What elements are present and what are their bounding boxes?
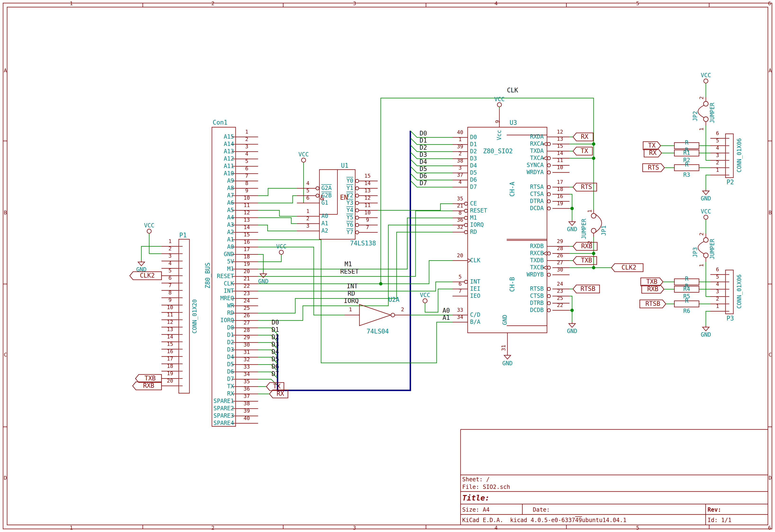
lbl-wire-labels-d-2-315: D2 <box>271 334 279 340</box>
lbl-power-vcc-293: VCC <box>144 223 154 228</box>
lbl-components-p1-pins-12-92: 13 <box>167 327 173 332</box>
lbl-components-con1-pins-39-name-79: SPARE4 <box>213 420 234 426</box>
lbl-components-con1-pins-23-num-46: 24 <box>244 298 250 304</box>
lbl-components-jp1-ref-263: JP1 <box>601 225 607 236</box>
lbl-components-u1-right-7-name-139: Y7 <box>346 229 353 235</box>
lbl-components-u1-left-4-name-121: A1 <box>321 220 328 226</box>
lbl-sheet-rows-1-233: B <box>769 210 772 215</box>
lbl-components-p3-pins-5-111: 1 <box>716 304 719 309</box>
lbl-components-jp1-value-264: JUMPER <box>581 218 587 239</box>
lbl-components-con1-pins-35-name-71: RX <box>227 391 234 397</box>
lbl-components-con1-pins-34-num-68: 35 <box>244 379 250 384</box>
lbl-components-p3-pins-3-109: 3 <box>716 289 719 294</box>
lbl-components-u3-left-10-num-160: 8 <box>459 210 462 215</box>
lbl-components-p1-pins-5-85: 6 <box>168 276 171 281</box>
lbl-sheet-columns-5-227: 6 <box>768 525 771 531</box>
lbl-wire-labels-int-308: INT <box>347 283 358 289</box>
lbl-components-u1-right-6-name-137: Y6 <box>346 222 353 227</box>
lbl-components-con1-pins-18-num-36: 19 <box>244 261 250 267</box>
lbl-sheet-title-block-size-239: Size: A4 <box>462 507 490 513</box>
lbl-components-p1-pins-7-87: 8 <box>168 290 171 296</box>
lbl-sheet-columns-4-220: 5 <box>636 1 639 6</box>
lbl-components-u3-ref-255: U3 <box>510 120 517 126</box>
lbl-components-u3-left-15-num-170: 6 <box>459 282 462 287</box>
lbl-wire-labels-d-2-323: D2 <box>420 144 427 151</box>
lbl-components-u1-right-7-num-138: 7 <box>366 225 369 230</box>
lbl-components-u2a-ref-251: U2A <box>388 297 400 303</box>
lbl-wire-labels-d-4-317: D4 <box>271 349 279 355</box>
lbl-components-u3-left-8-name-157: CE <box>470 200 477 206</box>
lbl-components-u3-cha-pins-7-num-192: 18 <box>557 187 563 192</box>
lbl-components-con1-pins-10-num-20: 11 <box>244 203 250 208</box>
lbl-components-u3-cha-pins-6-num-190: 17 <box>557 179 563 185</box>
lbl-components-con1-pins-11-num-22: 12 <box>244 210 250 215</box>
lbl-components-u3-left-5-name-151: D5 <box>470 170 477 175</box>
lbl-components-con1-pins-23-name-47: WR <box>227 303 234 309</box>
lbl-components-con1-pins-27-num-54: 28 <box>244 328 250 333</box>
lbl-components-con1-pins-5-num-10: 6 <box>245 166 248 171</box>
lbl-sheet-columns-3-219: 4 <box>495 1 498 6</box>
lbl-components-con1-pins-18-name-37: M1 <box>227 266 234 272</box>
lbl-global-labels-rts-333: RTS <box>581 184 592 190</box>
lbl-components-p2-pins-1-101: 5 <box>716 138 719 143</box>
lbl-sheet-rows-3-231: D <box>4 475 7 481</box>
lbl-components-jp3-ref-271: JP3 <box>692 247 698 257</box>
lbl-components-u3-left-17-name-175: C/D <box>470 312 480 318</box>
lbl-components-p1-pins-6-86: 7 <box>168 283 171 288</box>
lbl-components-u3-left-2-num-144: 39 <box>457 144 464 149</box>
lbl-components-u3-left-15-name-171: IEI <box>470 286 480 292</box>
lbl-components-u1-left-5-num-122: 3 <box>306 223 309 228</box>
lbl-components-con1-pins-31-name-63: D5 <box>227 362 234 367</box>
lbl-components-u3-chb-pins-4-num-206: 30 <box>557 267 563 273</box>
lbl-wire-labels-d-1-322: D1 <box>420 137 427 143</box>
lbl-components-u3-chb-pins-5-name-209: RTSB <box>530 286 544 292</box>
lbl-global-labels-rxb-340: RXB <box>143 383 154 389</box>
lbl-components-p1-pins-3-83: 4 <box>168 261 171 266</box>
lbl-sheet-columns-1-223: 2 <box>211 525 214 531</box>
lbl-components-con1-pins-4-name-9: A11 <box>224 163 234 169</box>
lbl-components-u3-chb-pins-5-num-208: 24 <box>557 282 563 287</box>
lbl-components-con1-pins-19-name-39: RESET <box>217 274 234 279</box>
lbl-components-u3-left-1-name-143: D1 <box>470 141 477 147</box>
lbl-components-u3-left-10-name-161: M1 <box>470 215 477 220</box>
lbl-components-con1-pins-37-num-74: 38 <box>244 401 250 406</box>
lbl-components-u1-right-2-num-128: 13 <box>364 188 371 193</box>
lbl-components-u3-left-14-num-168: 5 <box>459 274 462 280</box>
lbl-components-u3-gnd-num-259: 31 <box>501 345 506 351</box>
lbl-components-u3-left-6-num-152: 37 <box>457 172 464 178</box>
lbl-components-u3-left-11-name-163: IORQ <box>470 222 484 227</box>
lbl-components-u3-left-5-num-150: 3 <box>459 165 462 170</box>
lbl-components-u3-cha-pins-2-num-182: 15 <box>557 143 563 149</box>
lbl-sheet-rows-2-234: C <box>769 352 772 358</box>
lbl-components-con1-pins-4-num-8: 5 <box>245 159 248 164</box>
lbl-components-u3-chb-pins-1-num-200: 28 <box>557 246 563 251</box>
lbl-components-u1-left-3-name-119: A0 <box>321 213 328 219</box>
lbl-components-p3-pins-2-108: 4 <box>716 282 719 287</box>
lbl-global-labels-txb-339: TXB <box>145 375 156 381</box>
lbl-sheet-columns-3-225: 4 <box>495 525 498 531</box>
lbl-components-p3-pins-0-106: 6 <box>716 267 719 272</box>
lbl-wire-labels-d-5-326: D5 <box>420 166 427 172</box>
lbl-components-p2-pins-4-104: 2 <box>716 160 719 165</box>
lbl-components-p2-value-288: CONN_01X06 <box>736 138 742 173</box>
lbl-components-u2a-value-252: 74LS04 <box>366 328 389 335</box>
lbl-components-u3-vcc-name-258: Vcc <box>496 130 502 140</box>
lbl-sheet-columns-1-217: 2 <box>211 1 214 6</box>
lbl-power-gnd-299: GND <box>136 267 146 273</box>
lbl-components-con1-pins-7-name-15: A8 <box>227 185 234 191</box>
lbl-components-p1-pins-10-90: 11 <box>167 312 173 318</box>
lbl-components-u3-left-17-num-174: 33 <box>457 308 464 313</box>
title-block <box>461 430 768 525</box>
lbl-components-u3-cha-pins-7-name-193: CTSA <box>530 191 544 197</box>
lbl-components-con1-pins-38-num-76: 39 <box>244 408 250 414</box>
lbl-components-jp3-pin1-274: 1 <box>699 264 704 267</box>
lbl-components-u3-chb-pins-0-num-198: 29 <box>557 239 563 244</box>
lbl-components-u1-left-5-name-123: A2 <box>321 228 328 233</box>
lbl-components-con1-pins-2-num-4: 3 <box>245 144 248 149</box>
lbl-components-u3-cha-pins-9-name-197: DCDA <box>530 205 544 211</box>
lbl-components-u3-left-11-num-162: 36 <box>457 217 464 223</box>
lbl-components-con1-pins-21-name-43: INT <box>224 288 234 294</box>
lbl-components-con1-pins-8-name-17: A7 <box>227 192 234 198</box>
lbl-components-u3-left-18-name-177: B/A <box>470 319 480 325</box>
lbl-components-con1-pins-2-name-5: A13 <box>224 148 234 154</box>
